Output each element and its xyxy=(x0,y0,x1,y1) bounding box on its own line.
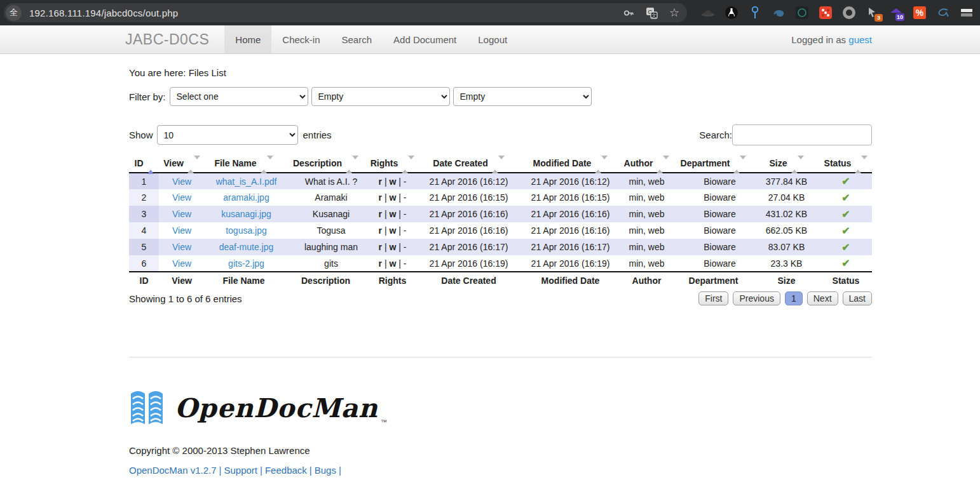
file-name-link[interactable]: deaf-mute.jpg xyxy=(219,242,274,252)
cell-id: 1 xyxy=(129,173,159,189)
cell-department: Bioware xyxy=(674,255,753,272)
status-check-icon: ✔ xyxy=(841,209,850,220)
pagination-first-button[interactable]: First xyxy=(698,291,728,305)
sort-asc-icon xyxy=(147,159,154,170)
table-row: 3Viewkusanagi.jpgKusanagir | w | -21 Apr… xyxy=(129,206,872,222)
view-link[interactable]: View xyxy=(172,177,191,187)
footer-separator: | xyxy=(260,465,262,476)
cell-date-created: 21 Apr 2016 (16:12) xyxy=(416,173,521,189)
address-bar[interactable]: 全 192.168.111.194/jabcd0cs/out.php G文 ☆ xyxy=(4,3,687,22)
breadcrumb: You are here: Files List xyxy=(129,67,872,78)
cell-description: Togusa xyxy=(283,222,369,239)
footer-column-view: View xyxy=(159,272,205,289)
status-check-icon: ✔ xyxy=(841,192,850,203)
column-header-department[interactable]: Department xyxy=(674,156,753,173)
column-header-view[interactable]: View xyxy=(159,156,205,173)
cell-view: View xyxy=(159,239,205,255)
extension-ring-icon[interactable] xyxy=(842,6,856,20)
extension-flask-icon[interactable] xyxy=(725,6,738,20)
logged-in-user-link[interactable]: guest xyxy=(848,34,872,45)
file-name-link[interactable]: what_is_A.I.pdf xyxy=(216,177,277,187)
view-link[interactable]: View xyxy=(172,192,191,203)
filter-select-1[interactable]: Select one xyxy=(170,87,308,106)
column-header-date-created[interactable]: Date Created xyxy=(416,156,521,173)
pagination-last-button[interactable]: Last xyxy=(843,291,872,305)
view-link[interactable]: View xyxy=(172,225,191,236)
app-brand: JABC-D0CS xyxy=(125,31,209,48)
cell-date-created: 21 Apr 2016 (16:17) xyxy=(416,239,521,255)
extension-menu-icon[interactable] xyxy=(960,6,974,20)
nav-item-checkin[interactable]: Check-in xyxy=(271,25,330,53)
cell-date-created: 21 Apr 2016 (16:15) xyxy=(416,189,521,206)
site-security-chip-icon[interactable]: 全 xyxy=(6,5,22,21)
password-key-icon[interactable] xyxy=(622,6,635,19)
bugs-link[interactable]: Bugs xyxy=(315,465,336,476)
cell-size: 377.84 KB xyxy=(753,173,820,189)
showing-entries-text: Showing 1 to 6 of 6 entries xyxy=(129,293,242,304)
column-header-rights[interactable]: Rights xyxy=(369,156,416,173)
column-header-id[interactable]: ID xyxy=(129,156,159,173)
nav-item-logout[interactable]: Logout xyxy=(467,25,518,53)
view-link[interactable]: View xyxy=(172,242,191,252)
cell-status: ✔ xyxy=(820,255,872,272)
table-controls: Show 10 entries Search: xyxy=(129,124,872,145)
cell-department: Bioware xyxy=(674,222,753,239)
column-header-size[interactable]: Size xyxy=(753,156,820,173)
view-link[interactable]: View xyxy=(172,258,191,269)
sort-both-icon xyxy=(492,159,505,170)
search-input[interactable] xyxy=(732,124,872,145)
extension-swoosh-icon[interactable] xyxy=(772,6,786,20)
bookmark-star-icon[interactable]: ☆ xyxy=(668,6,681,19)
extension-pin-icon[interactable] xyxy=(748,6,762,20)
translate-icon[interactable]: G文 xyxy=(645,6,658,19)
column-header-author[interactable]: Author xyxy=(620,156,674,173)
nav-item-search[interactable]: Search xyxy=(331,25,383,53)
files-table-head: IDViewFile NameDescriptionRightsDate Cre… xyxy=(129,156,872,173)
feedback-link[interactable]: Feedback xyxy=(265,465,307,476)
support-link[interactable]: Support xyxy=(224,465,257,476)
url-text[interactable]: 192.168.111.194/jabcd0cs/out.php xyxy=(29,8,178,18)
extension-hat-icon[interactable] xyxy=(701,6,715,20)
cell-rights: r | w | - xyxy=(369,206,416,222)
extension-badge10-icon[interactable]: 10 xyxy=(889,6,903,20)
cell-modified-date: 21 Apr 2016 (16:12) xyxy=(521,173,620,189)
file-name-link[interactable]: gits-2.jpg xyxy=(228,258,264,269)
extension-frame-icon[interactable] xyxy=(795,6,809,20)
extension-swirl-icon[interactable] xyxy=(936,6,950,20)
cell-file-name: what_is_A.I.pdf xyxy=(205,173,283,189)
view-link[interactable]: View xyxy=(172,209,191,219)
sort-both-icon xyxy=(657,159,669,170)
footer-links: OpenDocMan v1.2.7|Support|Feedback|Bugs| xyxy=(129,465,872,476)
status-check-icon: ✔ xyxy=(841,225,850,236)
show-entries-select[interactable]: 10 xyxy=(157,125,298,145)
column-header-description[interactable]: Description xyxy=(283,156,369,173)
cell-status: ✔ xyxy=(820,206,872,222)
cell-author: min, web xyxy=(620,206,674,222)
pagination-next-button[interactable]: Next xyxy=(807,291,838,305)
pagination-previous-button[interactable]: Previous xyxy=(733,291,780,305)
footer-column-rights: Rights xyxy=(369,272,416,289)
filter-select-3[interactable]: Empty xyxy=(453,87,592,106)
version-link[interactable]: OpenDocMan v1.2.7 xyxy=(129,465,217,476)
pagination-page-1-button[interactable]: 1 xyxy=(785,291,803,305)
file-name-link[interactable]: kusanagi.jpg xyxy=(221,209,271,219)
extension-percent-icon[interactable]: % xyxy=(913,6,927,20)
column-header-file-name[interactable]: File Name xyxy=(205,156,283,173)
cell-view: View xyxy=(159,173,205,189)
copyright-text: Copyright © 2000-2013 Stephen Lawrence xyxy=(129,445,872,456)
column-header-modified-date[interactable]: Modified Date xyxy=(521,156,620,173)
cell-department: Bioware xyxy=(674,189,753,206)
nav-item-home[interactable]: Home xyxy=(224,25,271,53)
file-name-link[interactable]: togusa.jpg xyxy=(226,225,267,236)
status-check-icon: ✔ xyxy=(841,176,850,187)
column-header-status[interactable]: Status xyxy=(820,156,872,173)
nav-item-add-document[interactable]: Add Document xyxy=(383,25,467,53)
extension-dice-icon[interactable] xyxy=(819,6,833,20)
file-name-link[interactable]: aramaki.jpg xyxy=(223,192,269,203)
footer-column-date-created: Date Created xyxy=(416,272,521,289)
cell-file-name: deaf-mute.jpg xyxy=(205,239,283,255)
cell-size: 431.02 KB xyxy=(753,206,820,222)
filter-select-2[interactable]: Empty xyxy=(311,87,450,106)
extension-badge3-icon[interactable]: 3 xyxy=(866,6,880,20)
footer-column-file-name: File Name xyxy=(205,272,283,289)
